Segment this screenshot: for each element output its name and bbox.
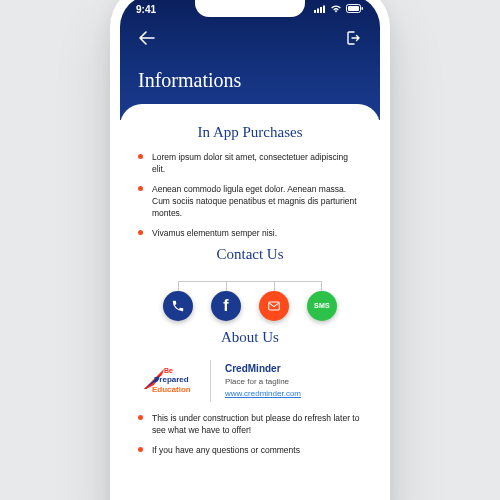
about-list: This is under construction but please do… <box>138 412 362 456</box>
svg-rect-1 <box>317 8 319 13</box>
sms-icon: SMS <box>314 302 330 309</box>
divider <box>210 360 211 402</box>
notch <box>195 0 305 17</box>
content: In App Purchases Lorem ipsum dolor sit a… <box>120 104 380 500</box>
list-item: Aenean commodo ligula eget dolor. Aenean… <box>138 183 362 220</box>
phone-frame: 9:41 Infor <box>110 0 390 500</box>
signal-icon <box>314 4 326 15</box>
svg-rect-6 <box>362 7 364 10</box>
connector-line <box>178 281 322 297</box>
brand-name: CredMinder <box>225 362 301 376</box>
about-title: About Us <box>138 329 362 346</box>
facebook-icon: f <box>223 297 228 315</box>
brand-link[interactable]: www.credminder.com <box>225 389 301 398</box>
about-text: CredMinder Place for a tagline www.credm… <box>225 362 301 399</box>
facebook-button[interactable]: f <box>211 291 241 321</box>
list-item: Vivamus elementum semper nisi. <box>138 227 362 239</box>
brand-logo: Be Prepared Education <box>142 361 196 401</box>
tagline: Place for a tagline <box>225 376 301 387</box>
list-item: If you have any questions or comments <box>138 444 362 456</box>
list-item: This is under construction but please do… <box>138 412 362 437</box>
page-title: Informations <box>138 69 362 92</box>
svg-rect-5 <box>348 6 359 11</box>
email-button[interactable] <box>259 291 289 321</box>
contact-row: f SMS <box>138 273 362 325</box>
phone-icon <box>171 299 185 313</box>
list-item: Lorem ipsum dolor sit amet, consectetuer… <box>138 151 362 176</box>
sms-button[interactable]: SMS <box>307 291 337 321</box>
purchases-list: Lorem ipsum dolor sit amet, consectetuer… <box>138 151 362 239</box>
svg-rect-3 <box>323 5 325 13</box>
wifi-icon <box>330 4 342 15</box>
svg-rect-2 <box>320 7 322 13</box>
about-row: Be Prepared Education CredMinder Place f… <box>138 356 362 412</box>
contact-title: Contact Us <box>138 246 362 263</box>
exit-icon[interactable] <box>344 29 362 47</box>
battery-icon <box>346 4 364 15</box>
email-icon <box>267 299 281 313</box>
purchases-title: In App Purchases <box>138 124 362 141</box>
back-arrow-icon[interactable] <box>138 29 156 47</box>
svg-rect-0 <box>314 10 316 13</box>
status-time: 9:41 <box>136 4 156 15</box>
screen: 9:41 Infor <box>120 0 380 500</box>
phone-button[interactable] <box>163 291 193 321</box>
